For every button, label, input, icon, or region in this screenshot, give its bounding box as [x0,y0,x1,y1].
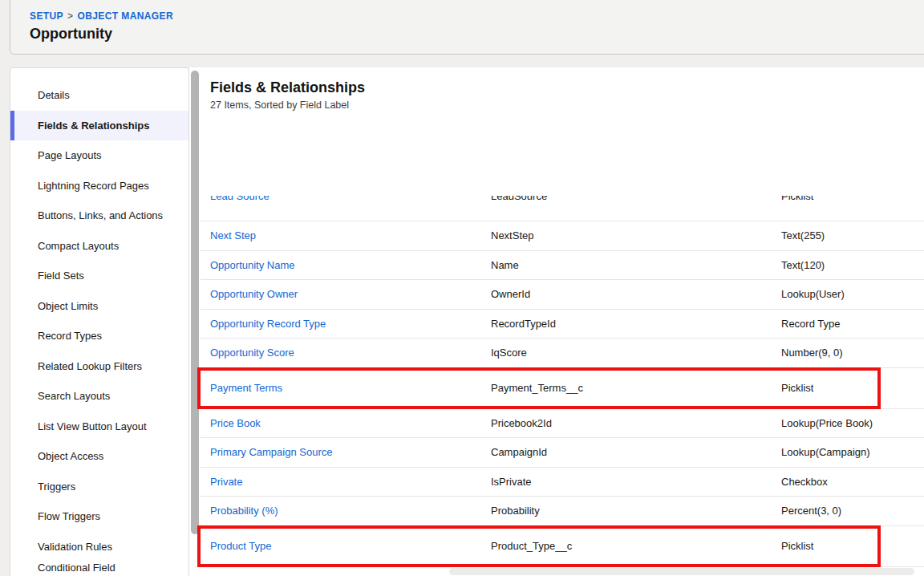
field-label-link[interactable]: Probability (%) [210,505,278,517]
sidebar-item-object-access[interactable]: Object Access [10,441,188,472]
field-label-cell: Opportunity Score [201,347,491,359]
sidebar-item-details[interactable]: Details [10,80,188,111]
field-data-type: Text(255) [781,229,924,241]
field-api-name: CampaignId [491,446,781,458]
field-label-cell: Probability (%) [201,505,491,517]
sidebar-item-flow-triggers[interactable]: Flow Triggers [10,501,188,532]
field-api-name: Probability [491,505,781,517]
field-label-cell: Opportunity Name [201,259,491,271]
field-label-cell: Opportunity Owner [201,288,491,300]
table-row: Product Type Product_Type__c Picklist [201,526,924,567]
vertical-scrollbar-track[interactable] [189,67,201,576]
sidebar-item-label: Compact Layouts [38,240,119,252]
field-data-type: Text(120) [781,259,924,271]
sidebar-item-label: Details [38,89,70,101]
sidebar-item-label: Field Sets [38,270,84,282]
table-row: Price Book Pricebook2Id Lookup(Price Boo… [201,409,924,439]
table-row: Payment Terms Payment_Terms__c Picklist [201,368,924,409]
field-label-link[interactable]: Opportunity Owner [210,288,298,300]
sidebar-item-related-lookup-filters[interactable]: Related Lookup Filters [10,351,188,382]
sidebar-item-list-view-button-layout[interactable]: List View Button Layout [10,412,188,442]
sidebar-item-triggers[interactable]: Triggers [10,472,188,502]
field-data-type: Picklist [781,196,924,202]
table-row: Probability (%) Probability Percent(3, 0… [201,497,924,526]
field-api-name: Product_Type__c [491,540,781,552]
field-label-cell: Next Step [201,229,491,241]
field-label-link[interactable]: Private [210,476,242,488]
field-label-link[interactable]: Primary Campaign Source [210,446,332,458]
sidebar-item-compact-layouts[interactable]: Compact Layouts [10,231,188,262]
field-label-cell: Product Type [201,540,491,552]
table-row: Opportunity Score IqScore Number(9, 0) [201,339,924,368]
field-api-name: Name [491,259,781,271]
sidebar-item-field-sets[interactable]: Field Sets [10,261,188,291]
table-row: Private IsPrivate Checkbox [201,468,924,497]
sidebar-nav: Details Fields & Relationships Page Layo… [10,68,188,576]
sidebar-item-page-layouts[interactable]: Page Layouts [10,140,188,171]
sidebar-item-label: Conditional Field [38,562,116,574]
object-manager-sidebar: Details Fields & Relationships Page Layo… [10,67,189,576]
field-api-name: Payment_Terms__c [491,382,781,394]
field-label-link[interactable]: Opportunity Name [210,259,295,271]
sidebar-item-label: Buttons, Links, and Actions [38,209,163,221]
breadcrumb-setup-link[interactable]: SETUP [30,10,63,22]
table-row: Opportunity Owner OwnerId Lookup(User) [201,280,924,310]
field-label-link[interactable]: Next Step [210,229,256,241]
table-row: Opportunity Name Name Text(120) [201,251,924,281]
setup-object-manager-page: SETUP>OBJECT MANAGER Opportunity Details… [0,0,924,576]
sidebar-item-buttons-links-and-actions[interactable]: Buttons, Links, and Actions [10,201,188,231]
field-label-link[interactable]: Price Book [210,417,261,429]
field-data-type: Picklist [781,382,924,394]
field-label-cell: Private [201,476,491,488]
sidebar-item-object-limits[interactable]: Object Limits [10,291,188,322]
field-api-name: OwnerId [491,288,781,300]
sidebar-item-label: Related Lookup Filters [38,360,142,372]
page-header: SETUP>OBJECT MANAGER Opportunity [10,0,924,55]
field-data-type: Lookup(User) [781,288,924,300]
sidebar-item-label: Search Layouts [38,390,110,402]
fields-relationships-panel: Fields & Relationships 27 Items, Sorted … [201,67,924,576]
list-title: Fields & Relationships [210,79,924,96]
sidebar-item-fields-relationships[interactable]: Fields & Relationships [10,111,188,141]
field-data-type: Picklist [781,540,924,552]
sidebar-item-conditional-field[interactable]: Conditional Field [10,562,188,576]
sidebar-item-label: Record Types [38,330,102,342]
field-data-type: Lookup(Price Book) [781,417,924,429]
horizontal-scrollbar-thumb[interactable] [449,568,914,575]
field-label-link[interactable]: Opportunity Score [210,347,294,359]
field-data-type: Record Type [781,318,924,330]
breadcrumb-object-manager-link[interactable]: OBJECT MANAGER [77,10,173,22]
list-header: Fields & Relationships 27 Items, Sorted … [201,67,924,111]
sidebar-item-label: Object Limits [38,300,98,312]
field-api-name: IsPrivate [491,476,781,488]
sidebar-item-label: Page Layouts [38,149,102,161]
field-data-type: Lookup(Campaign) [781,446,924,458]
field-label-link[interactable]: Payment Terms [210,382,282,394]
field-label-link[interactable]: Opportunity Record Type [210,318,326,330]
field-api-name: IqScore [491,347,781,359]
sidebar-item-search-layouts[interactable]: Search Layouts [10,381,188,412]
field-api-name: RecordTypeId [491,318,781,330]
sidebar-item-label: Triggers [38,481,75,493]
sidebar-item-label: Lightning Record Pages [38,180,149,192]
vertical-scrollbar-thumb[interactable] [191,71,199,534]
sidebar-item-lightning-record-pages[interactable]: Lightning Record Pages [10,171,188,201]
field-label-link[interactable]: Product Type [210,540,271,552]
table-row: Lead Source LeadSource Picklist [201,196,924,221]
field-label-cell: Lead Source [201,196,491,202]
sidebar-item-label: Fields & Relationships [38,120,149,132]
sidebar-item-label: Object Access [38,450,103,462]
field-data-type: Percent(3, 0) [781,505,924,517]
field-label-cell: Opportunity Record Type [201,318,491,330]
breadcrumb: SETUP>OBJECT MANAGER [30,10,924,22]
table-row: Opportunity Record Type RecordTypeId Rec… [201,310,924,339]
sidebar-item-validation-rules[interactable]: Validation Rules [10,532,188,562]
sidebar-item-label: Flow Triggers [38,510,100,522]
page-title: Opportunity [30,26,924,43]
field-label-link[interactable]: Lead Source [210,196,270,202]
table-row: Primary Campaign Source CampaignId Looku… [201,438,924,468]
fields-table: Lead Source LeadSource Picklist Next Ste… [201,196,924,576]
sidebar-item-record-types[interactable]: Record Types [10,321,188,351]
field-label-cell: Primary Campaign Source [201,446,491,458]
field-label-cell: Price Book [201,417,491,429]
